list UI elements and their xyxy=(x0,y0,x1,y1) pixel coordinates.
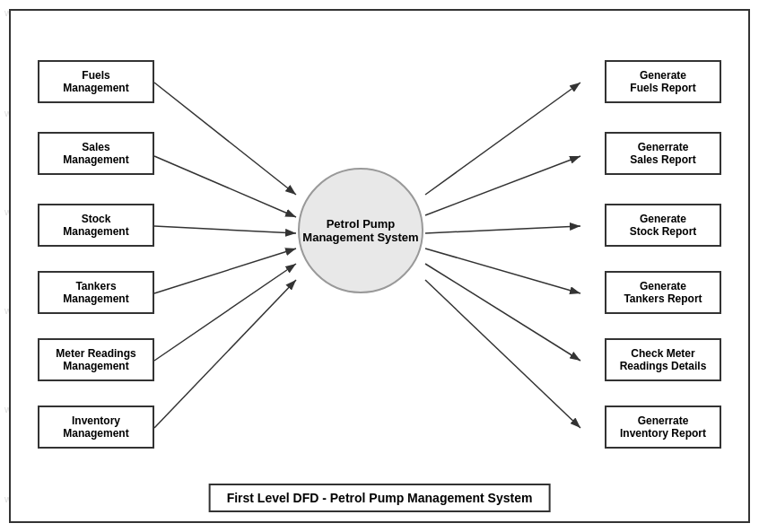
box-meter: Meter ReadingsManagement xyxy=(38,338,154,381)
box-rpt-stock: GenerateStock Report xyxy=(605,204,721,247)
box-rpt-fuels-label: GenerateFuels Report xyxy=(630,69,695,94)
box-rpt-tankers: GenerateTankers Report xyxy=(605,271,721,314)
box-tankers: TankersManagement xyxy=(38,271,154,314)
box-rpt-stock-label: GenerateStock Report xyxy=(630,213,697,238)
box-stock: StockManagement xyxy=(38,204,154,247)
box-rpt-tankers-label: GenerateTankers Report xyxy=(624,280,702,305)
center-label: Petrol Pump Management System xyxy=(300,217,422,244)
box-stock-label: StockManagement xyxy=(63,213,128,238)
box-rpt-sales-label: GenerrateSales Report xyxy=(630,141,695,166)
diagram-title: First Level DFD - Petrol Pump Management… xyxy=(209,484,551,512)
box-tankers-label: TankersManagement xyxy=(63,280,128,305)
svg-line-9 xyxy=(425,226,580,233)
center-circle: Petrol Pump Management System xyxy=(298,168,423,293)
svg-line-5 xyxy=(154,264,296,361)
diagram-title-text: First Level DFD - Petrol Pump Management… xyxy=(227,491,533,505)
box-meter-label: Meter ReadingsManagement xyxy=(56,347,135,372)
svg-line-4 xyxy=(154,249,296,293)
svg-line-11 xyxy=(425,264,580,361)
box-rpt-inventory: GenerrateInventory Report xyxy=(605,406,721,449)
svg-line-8 xyxy=(425,156,580,215)
box-rpt-inventory-label: GenerrateInventory Report xyxy=(620,414,706,440)
box-sales: SalesManagement xyxy=(38,132,154,175)
svg-line-2 xyxy=(154,156,296,217)
svg-line-12 xyxy=(425,280,580,428)
box-fuels-label: FuelsManagement xyxy=(63,69,128,94)
box-rpt-meter-label: Check MeterReadings Details xyxy=(620,347,707,372)
box-rpt-sales: GenerrateSales Report xyxy=(605,132,721,175)
box-rpt-fuels: GenerateFuels Report xyxy=(605,60,721,103)
svg-line-3 xyxy=(154,226,296,233)
box-sales-label: SalesManagement xyxy=(63,141,128,166)
box-inventory-label: InventoryManagement xyxy=(63,414,128,440)
svg-line-7 xyxy=(425,83,580,195)
svg-line-6 xyxy=(154,280,296,428)
box-inventory: InventoryManagement xyxy=(38,406,154,449)
svg-line-10 xyxy=(425,249,580,293)
box-fuels: FuelsManagement xyxy=(38,60,154,103)
svg-line-1 xyxy=(154,83,296,195)
box-rpt-meter: Check MeterReadings Details xyxy=(605,338,721,381)
diagram-container: Petrol Pump Management System FuelsManag… xyxy=(9,9,750,523)
